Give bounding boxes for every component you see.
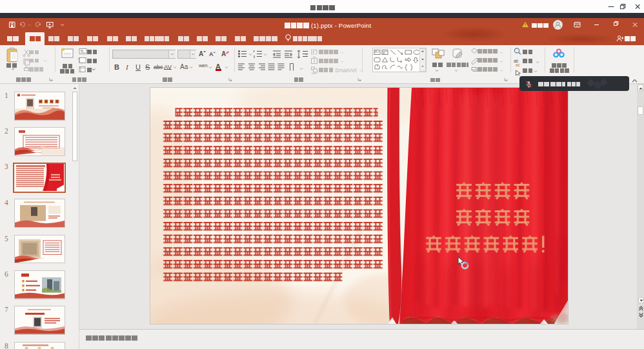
svg-text:ac: ac <box>516 63 521 67</box>
